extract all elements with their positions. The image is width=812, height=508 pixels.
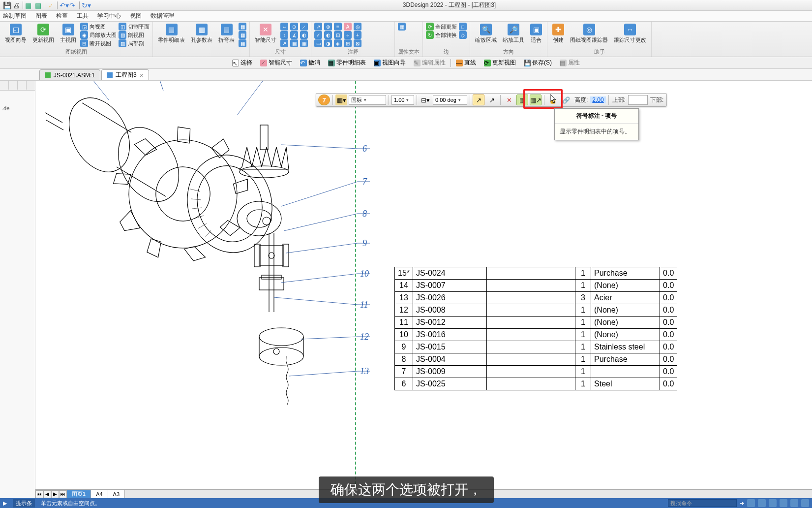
hole-table-button[interactable]: ▥孔参数表 <box>189 23 214 45</box>
dim-icon-6[interactable]: ▦ <box>290 39 298 47</box>
ribbon-group-helper: ✚创建 ◎图纸视图跟踪器 ↔跟踪尺寸更改 助手 <box>547 22 652 57</box>
dim-icon-5[interactable]: ∡ <box>290 31 298 39</box>
dim-icon-4[interactable]: ⊙ <box>290 23 298 31</box>
pt-icon[interactable]: ▦ <box>398 23 406 31</box>
fit-button[interactable]: ▣适合 <box>528 23 544 45</box>
view-wizard-button[interactable]: ◱视图向导 <box>3 23 29 45</box>
update-all-button[interactable]: ⟳全部更新 <box>426 23 457 31</box>
ribbon: ◱视图向导 ⟳更新视图 ▣主视图 ◲向视图 ◉局部放大图 ⊟断开视图 ◫切割平面… <box>0 22 812 57</box>
dim-icon-2[interactable]: ↕ <box>280 31 288 39</box>
ann-icon-14[interactable]: + <box>354 31 361 39</box>
break-view-button[interactable]: ⊟断开视图 <box>80 39 117 47</box>
ann-icon-6[interactable]: ◑ <box>324 39 332 47</box>
ann-icon-11[interactable]: ÷ <box>344 31 352 39</box>
edge-icon-2[interactable]: ◇ <box>459 31 467 39</box>
update-view-button[interactable]: ⟳更新视图 <box>30 23 56 45</box>
edge-icon-1[interactable]: □ <box>459 23 467 31</box>
main-view-button[interactable]: ▣主视图 <box>58 23 78 45</box>
ann-icon-1[interactable]: ↗ <box>314 23 322 31</box>
qat-print-icon[interactable]: 🖨 <box>13 1 21 9</box>
ann-icon-8[interactable]: ⊡ <box>334 31 342 39</box>
track-dim-button[interactable]: ↔跟踪尺寸更改 <box>612 23 648 45</box>
qat-undo-icon[interactable]: ↶▾ <box>60 1 67 9</box>
menu-sketch[interactable]: 绘制草图 <box>3 12 27 20</box>
zoom-area-button[interactable]: 🔍缩放区域 <box>473 23 499 45</box>
ann-icon-4[interactable]: ⊕ <box>324 23 332 31</box>
ann-icon-5[interactable]: ◐ <box>324 31 332 39</box>
detail-view-button[interactable]: ◉局部放大图 <box>80 31 117 39</box>
qat-redo-icon[interactable]: ↷ <box>69 1 77 9</box>
ctx-select[interactable]: ↖选择 <box>229 58 255 68</box>
ctx-smartdim[interactable]: ⟋智能尺寸 <box>257 58 295 68</box>
group-label-edge: 边 <box>426 48 467 56</box>
bend-table-button[interactable]: ▤折弯表 <box>216 23 237 45</box>
close-tab-icon[interactable]: × <box>140 71 144 79</box>
menu-learn[interactable]: 学习中心 <box>97 12 121 20</box>
dim-icon-9[interactable]: ▦ <box>300 39 308 47</box>
menu-tools[interactable]: 工具 <box>77 12 89 20</box>
dim-icon-7[interactable]: ⟋ <box>300 23 308 31</box>
bom-button[interactable]: ▦零件明细表 <box>156 23 187 45</box>
qat-table2-icon[interactable]: ▤ <box>35 1 43 9</box>
menu-data[interactable]: 数据管理 <box>150 12 174 20</box>
ribbon-group-tables: ▦零件明细表 ▥孔参数表 ▤折弯表 ▦ ▦ ▦ <box>153 22 250 57</box>
local-section-button[interactable]: ▨局部剖 <box>119 39 150 47</box>
ctx-update[interactable]: ⟳更新视图 <box>481 58 519 68</box>
zoom-tool-button[interactable]: 🔎缩放工具 <box>501 23 526 45</box>
context-toolbar: ↖选择 ⟋智能尺寸 ↶撤消 ▦零件明细表 ▣视图向导 ✎编辑属性 —直线 ⟳更新… <box>0 57 812 69</box>
ann-icon-3[interactable]: ▭ <box>314 39 322 47</box>
window-title: 3DDesign 2022 - 工程图 - [工程图3] <box>90 1 809 9</box>
menu-bar: 绘制草图 图表 检查 工具 学习中心 视图 数据管理 <box>0 11 812 22</box>
ann-icon-13[interactable]: ◎ <box>354 23 361 31</box>
cut-plane-button[interactable]: ◫切割平面 <box>119 23 150 31</box>
table-icon-1[interactable]: ▦ <box>239 23 246 31</box>
ann-icon-10[interactable]: A <box>344 23 352 31</box>
dim-icon-3[interactable]: ↗ <box>280 39 288 47</box>
group-label-helper: 助手 <box>550 48 648 56</box>
ann-icon-15[interactable]: ⊠ <box>354 39 361 47</box>
qat-save-icon[interactable]: 💾 <box>3 1 11 9</box>
qat-table1-icon[interactable]: ▦ <box>25 1 33 9</box>
section-view-button[interactable]: ▧剖视图 <box>119 31 150 39</box>
qat-more-icon[interactable]: ↻▾ <box>82 1 90 9</box>
tracker-button[interactable]: ◎图纸视图跟踪器 <box>568 23 610 45</box>
menu-inspect[interactable]: 检查 <box>56 12 68 20</box>
qat-sep3 <box>57 1 58 9</box>
ctx-viewwiz[interactable]: ▣视图向导 <box>371 58 409 68</box>
doc-tab-asm[interactable]: JS-0021.ASM:1 <box>39 69 100 80</box>
qat-line-icon[interactable]: ⟋ <box>47 1 55 9</box>
ann-icon-7[interactable]: ≡ <box>334 23 342 31</box>
ribbon-group-annotate: ↗✓▭ ⊕◐◑ ≡⊡◈ A÷⊞ ◎+⊠ 注释 <box>311 22 395 57</box>
menu-view[interactable]: 视图 <box>130 12 142 20</box>
dim-icon-8[interactable]: ◐ <box>300 31 308 39</box>
ctx-bom[interactable]: ▦零件明细表 <box>325 58 369 68</box>
ctx-save[interactable]: 💾保存(S) <box>521 58 555 68</box>
quick-access-toolbar: 💾 🖨 ▦ ▤ ⟋ ↶▾ ↷ ↻▾ <box>3 1 90 9</box>
table-icon-3[interactable]: ▦ <box>239 39 246 47</box>
convert-all-button[interactable]: ↻全部转换 <box>426 31 457 39</box>
ribbon-group-orient: 🔍缩放区域 🔎缩放工具 ▣适合 方向 <box>470 22 547 57</box>
dim-icon-1[interactable]: ↔ <box>280 23 288 31</box>
ctx-undo[interactable]: ↶撤消 <box>297 58 323 68</box>
smart-dim-button[interactable]: ✕智能尺寸 <box>253 23 278 45</box>
document-tabs: JS-0021.ASM:1 工程图3 × <box>0 69 812 81</box>
ribbon-group-viewport: ◱视图向导 ⟳更新视图 ▣主视图 ◲向视图 ◉局部放大图 ⊟断开视图 ◫切割平面… <box>0 22 153 57</box>
ann-icon-12[interactable]: ⊞ <box>344 39 352 47</box>
create-button[interactable]: ✚创建 <box>550 23 566 45</box>
group-label-dim: 尺寸 <box>253 48 308 56</box>
ctx-line[interactable]: —直线 <box>453 58 479 68</box>
doc-tab-label: JS-0021.ASM:1 <box>54 72 95 79</box>
ann-icon-2[interactable]: ✓ <box>314 31 322 39</box>
group-label-viewport: 图纸视图 <box>3 48 150 56</box>
asm-icon <box>45 72 51 78</box>
menu-chart[interactable]: 图表 <box>35 12 47 20</box>
doc-tab-drawing[interactable]: 工程图3 × <box>101 69 149 80</box>
qat-sep4 <box>79 1 80 9</box>
table-icon-2[interactable]: ▦ <box>239 31 246 39</box>
qat-sep2 <box>45 1 45 9</box>
aux-view-button[interactable]: ◲向视图 <box>80 23 117 31</box>
ctx-editprop: ✎编辑属性 <box>411 58 449 68</box>
doc-tab-label: 工程图3 <box>116 71 137 79</box>
ctx-prop: ▤属性 <box>557 58 583 68</box>
ann-icon-9[interactable]: ◈ <box>334 39 342 47</box>
